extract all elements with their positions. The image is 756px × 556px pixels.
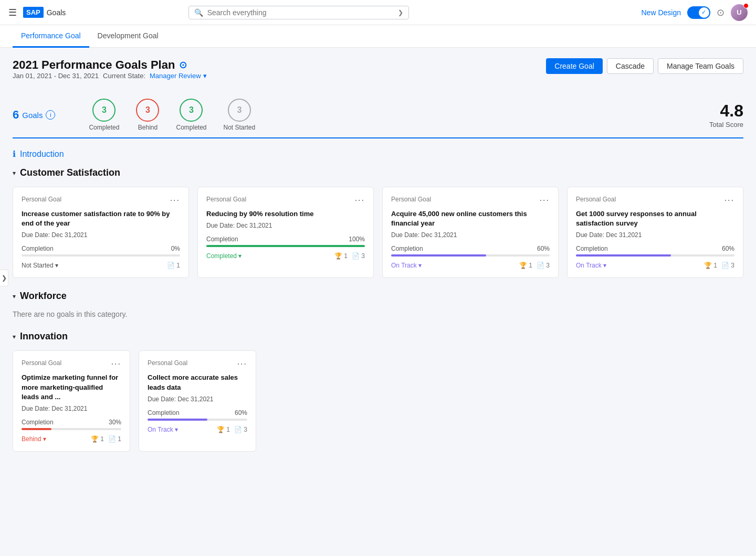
goal-completion-row-cs-4: Completion 60% xyxy=(576,245,734,252)
avatar[interactable]: U xyxy=(731,4,748,21)
cascade-button[interactable]: Cascade xyxy=(607,58,654,74)
section-header-workforce[interactable]: ▾ Workforce xyxy=(13,291,743,302)
goal-card-cs-3-header: Personal Goal ··· xyxy=(391,196,550,205)
total-score-label: Total Score xyxy=(709,121,743,129)
goal-type-cs-4: Personal Goal xyxy=(576,196,616,203)
doc-icon-in-2: 📄 3 xyxy=(234,426,247,433)
section-header-customer-satisfaction[interactable]: ▾ Customer Satisfaction xyxy=(13,167,743,178)
completion-label-cs-4: Completion xyxy=(576,245,608,252)
search-input[interactable] xyxy=(207,8,394,17)
goal-title-in-1: Optimize marketing funnel for more marke… xyxy=(22,373,121,402)
plan-state-value: Manager Review xyxy=(150,72,201,80)
section-chevron-innovation: ▾ xyxy=(13,333,16,340)
circle-behind: 3 xyxy=(136,99,159,122)
status-badge-cs-1[interactable]: Not Started ▾ xyxy=(22,262,58,269)
total-score: 4.8 Total Score xyxy=(709,101,743,129)
goal-title-cs-2: Reducing by 90% resolution time xyxy=(206,209,365,219)
create-goal-button[interactable]: Create Goal xyxy=(546,58,602,74)
search-bar[interactable]: 🔍 ❯ xyxy=(188,6,409,19)
help-icon[interactable]: ⊙ xyxy=(717,7,724,18)
footer-icons-in-1: 🏆 1 📄 1 xyxy=(91,435,121,443)
progress-fill-in-2 xyxy=(148,419,207,421)
circle-label-completed-1: Completed xyxy=(89,124,119,131)
goal-menu-cs-3[interactable]: ··· xyxy=(540,196,550,205)
goal-footer-cs-3: On Track ▾ 🏆 1 📄 3 xyxy=(391,262,550,269)
sap-logo: SAP Goals xyxy=(23,7,66,18)
footer-icons-cs-1: 📄 1 xyxy=(167,262,180,269)
status-badge-cs-4[interactable]: On Track ▾ xyxy=(576,262,606,269)
manage-team-goals-button[interactable]: Manage Team Goals xyxy=(658,58,743,74)
goal-menu-cs-1[interactable]: ··· xyxy=(170,196,180,205)
plan-info-icon[interactable]: ⊙ xyxy=(179,59,187,71)
goal-completion-row-cs-1: Completion 0% xyxy=(22,245,180,252)
avatar-notification-badge xyxy=(743,3,749,8)
circle-completed-2: 3 xyxy=(180,99,203,122)
footer-icons-in-2: 🏆 1 📄 3 xyxy=(217,426,247,433)
total-score-number: 4.8 xyxy=(709,101,743,121)
plan-state-dropdown[interactable]: Manager Review ▾ xyxy=(150,72,207,80)
goal-footer-cs-4: On Track ▾ 🏆 1 📄 3 xyxy=(576,262,734,269)
goal-footer-in-2: On Track ▾ 🏆 1 📄 3 xyxy=(148,426,247,433)
section-chevron-customer-satisfaction: ▾ xyxy=(13,169,16,177)
section-chevron-workforce: ▾ xyxy=(13,293,16,300)
goal-card-in-1: Personal Goal ··· Optimize marketing fun… xyxy=(13,350,130,452)
new-design-toggle[interactable]: ✓ xyxy=(687,6,710,19)
section-title-workforce: Workforce xyxy=(20,291,67,302)
progress-fill-cs-4 xyxy=(576,254,671,256)
progress-bar-in-1 xyxy=(22,428,121,430)
status-badge-cs-2[interactable]: Completed ▾ xyxy=(206,252,242,260)
goals-count-label: Goals xyxy=(22,111,43,120)
goal-menu-in-2[interactable]: ··· xyxy=(237,359,247,369)
tab-development-goal[interactable]: Development Goal xyxy=(89,25,167,48)
goal-completion-row-cs-2: Completion 100% xyxy=(206,236,365,243)
main-content: 2021 Performance Goals Plan ⊙ Jan 01, 20… xyxy=(0,48,756,475)
tab-bar: Performance Goal Development Goal xyxy=(0,25,756,48)
completion-pct-cs-4: 60% xyxy=(722,245,734,252)
toggle-knob: ✓ xyxy=(699,7,709,18)
goal-footer-cs-1: Not Started ▾ 📄 1 xyxy=(22,262,180,269)
goal-title-cs-4: Get 1000 survey responses to annual sati… xyxy=(576,209,734,228)
completion-label-cs-3: Completion xyxy=(391,245,423,252)
plan-state-label: Current State: xyxy=(103,72,145,80)
goal-card-in-2-header: Personal Goal ··· xyxy=(148,359,247,369)
goal-title-cs-3: Acquire 45,000 new online customers this… xyxy=(391,209,550,228)
progress-fill-cs-2 xyxy=(206,245,365,247)
goal-type-in-1: Personal Goal xyxy=(22,359,61,367)
summary-circle-behind: 3 Behind xyxy=(136,99,159,131)
goal-menu-in-1[interactable]: ··· xyxy=(111,359,121,369)
completion-label-in-1: Completion xyxy=(22,419,54,426)
status-badge-in-2[interactable]: On Track ▾ xyxy=(148,426,178,433)
intro-icon: ℹ xyxy=(13,149,16,159)
completion-pct-in-1: 30% xyxy=(109,419,121,426)
goal-card-cs-3: Personal Goal ··· Acquire 45,000 new onl… xyxy=(382,187,559,278)
plan-header: 2021 Performance Goals Plan ⊙ Jan 01, 20… xyxy=(13,58,743,88)
circle-label-behind: Behind xyxy=(138,124,158,131)
goal-completion-row-cs-3: Completion 60% xyxy=(391,245,550,252)
completion-label-in-2: Completion xyxy=(148,409,180,416)
search-arrow-icon: ❯ xyxy=(398,9,403,16)
goal-menu-cs-4[interactable]: ··· xyxy=(724,196,734,205)
goal-date-in-1: Due Date: Dec 31,2021 xyxy=(22,405,121,412)
goal-type-in-2: Personal Goal xyxy=(148,359,187,367)
section-header-innovation[interactable]: ▾ Innovation xyxy=(13,331,743,342)
plan-title-section: 2021 Performance Goals Plan ⊙ Jan 01, 20… xyxy=(13,58,207,88)
completion-pct-cs-1: 0% xyxy=(171,245,180,252)
footer-icons-cs-2: 🏆 1 📄 3 xyxy=(334,252,365,260)
sidebar-toggle[interactable]: ❯ xyxy=(0,270,8,286)
avatar-initials: U xyxy=(737,8,741,16)
search-icon: 🔍 xyxy=(194,8,203,17)
menu-icon[interactable]: ☰ xyxy=(8,7,17,18)
goal-card-cs-4-header: Personal Goal ··· xyxy=(576,196,734,205)
goal-date-cs-2: Due Date: Dec 31,2021 xyxy=(206,222,365,229)
plan-actions: Create Goal Cascade Manage Team Goals xyxy=(546,58,743,74)
progress-bar-cs-4 xyxy=(576,254,734,256)
status-badge-in-1[interactable]: Behind ▾ xyxy=(22,435,46,443)
status-badge-cs-3[interactable]: On Track ▾ xyxy=(391,262,422,269)
section-title-innovation: Innovation xyxy=(20,331,68,342)
goals-info-icon[interactable]: i xyxy=(46,110,55,120)
doc-icon-in-1: 📄 1 xyxy=(108,435,121,443)
toggle-check-icon: ✓ xyxy=(701,9,706,16)
goal-menu-cs-2[interactable]: ··· xyxy=(355,196,365,205)
header: ☰ SAP Goals 🔍 ❯ New Design ✓ ⊙ U xyxy=(0,0,756,25)
tab-performance-goal[interactable]: Performance Goal xyxy=(13,25,89,48)
